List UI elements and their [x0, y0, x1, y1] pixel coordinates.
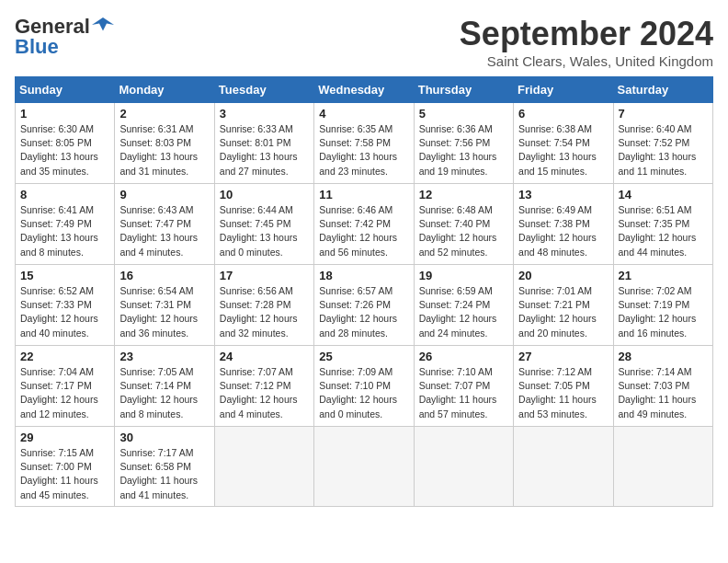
day-detail: Sunrise: 6:54 AMSunset: 7:31 PMDaylight:…	[119, 284, 209, 340]
day-detail: Sunrise: 6:46 AMSunset: 7:42 PMDaylight:…	[319, 203, 408, 259]
table-row: 11Sunrise: 6:46 AMSunset: 7:42 PMDayligh…	[314, 184, 414, 265]
day-number: 27	[518, 350, 608, 363]
day-detail: Sunrise: 6:36 AMSunset: 7:56 PMDaylight:…	[419, 122, 508, 178]
day-detail: Sunrise: 6:35 AMSunset: 7:58 PMDaylight:…	[319, 122, 408, 178]
logo-blue: Blue	[15, 35, 59, 59]
col-thursday: Thursday	[414, 77, 513, 103]
table-row: 29Sunrise: 7:15 AMSunset: 7:00 PMDayligh…	[16, 427, 115, 507]
day-detail: Sunrise: 7:02 AMSunset: 7:19 PMDaylight:…	[619, 284, 708, 340]
table-row: 10Sunrise: 6:44 AMSunset: 7:45 PMDayligh…	[214, 184, 313, 265]
table-row	[214, 427, 313, 507]
table-row: 13Sunrise: 6:49 AMSunset: 7:38 PMDayligh…	[514, 184, 613, 265]
table-row: 21Sunrise: 7:02 AMSunset: 7:19 PMDayligh…	[613, 265, 712, 346]
day-number: 7	[619, 107, 708, 121]
day-number: 26	[419, 350, 508, 363]
col-monday: Monday	[115, 77, 214, 103]
day-detail: Sunrise: 7:15 AMSunset: 7:00 PMDaylight:…	[20, 446, 109, 502]
day-detail: Sunrise: 6:31 AMSunset: 8:03 PMDaylight:…	[119, 122, 209, 178]
day-detail: Sunrise: 7:17 AMSunset: 6:58 PMDaylight:…	[119, 446, 209, 502]
logo: General Blue	[15, 15, 114, 59]
table-row: 16Sunrise: 6:54 AMSunset: 7:31 PMDayligh…	[115, 265, 214, 346]
day-detail: Sunrise: 6:57 AMSunset: 7:26 PMDaylight:…	[319, 284, 408, 340]
day-detail: Sunrise: 7:05 AMSunset: 7:14 PMDaylight:…	[119, 365, 209, 421]
table-row	[414, 427, 513, 507]
day-number: 24	[220, 350, 309, 363]
header: General Blue September 2024 Saint Clears…	[15, 15, 713, 69]
day-detail: Sunrise: 7:07 AMSunset: 7:12 PMDaylight:…	[220, 365, 309, 421]
day-number: 16	[119, 269, 209, 282]
day-detail: Sunrise: 7:10 AMSunset: 7:07 PMDaylight:…	[419, 365, 508, 421]
table-row: 22Sunrise: 7:04 AMSunset: 7:17 PMDayligh…	[16, 346, 115, 427]
day-detail: Sunrise: 7:04 AMSunset: 7:17 PMDaylight:…	[20, 365, 109, 421]
day-number: 29	[20, 431, 109, 444]
day-detail: Sunrise: 6:30 AMSunset: 8:05 PMDaylight:…	[20, 122, 109, 178]
day-number: 14	[619, 188, 708, 201]
table-row	[514, 427, 613, 507]
table-row: 30Sunrise: 7:17 AMSunset: 6:58 PMDayligh…	[115, 427, 214, 507]
table-row: 20Sunrise: 7:01 AMSunset: 7:21 PMDayligh…	[514, 265, 613, 346]
day-number: 17	[220, 269, 309, 282]
col-sunday: Sunday	[16, 77, 115, 103]
table-row: 18Sunrise: 6:57 AMSunset: 7:26 PMDayligh…	[314, 265, 414, 346]
day-detail: Sunrise: 6:44 AMSunset: 7:45 PMDaylight:…	[220, 203, 309, 259]
day-detail: Sunrise: 6:59 AMSunset: 7:24 PMDaylight:…	[419, 284, 508, 340]
col-tuesday: Tuesday	[214, 77, 313, 103]
day-number: 2	[119, 107, 209, 121]
day-number: 10	[220, 188, 309, 201]
table-row: 7Sunrise: 6:40 AMSunset: 7:52 PMDaylight…	[613, 103, 712, 184]
day-detail: Sunrise: 6:40 AMSunset: 7:52 PMDaylight:…	[619, 122, 708, 178]
table-row: 25Sunrise: 7:09 AMSunset: 7:10 PMDayligh…	[314, 346, 414, 427]
logo-bird-icon	[92, 17, 114, 32]
day-detail: Sunrise: 6:51 AMSunset: 7:35 PMDaylight:…	[619, 203, 708, 259]
table-row: 28Sunrise: 7:14 AMSunset: 7:03 PMDayligh…	[613, 346, 712, 427]
table-row	[613, 427, 712, 507]
day-number: 15	[20, 269, 109, 282]
table-row: 12Sunrise: 6:48 AMSunset: 7:40 PMDayligh…	[414, 184, 513, 265]
day-number: 28	[619, 350, 708, 363]
table-row: 26Sunrise: 7:10 AMSunset: 7:07 PMDayligh…	[414, 346, 513, 427]
table-row: 8Sunrise: 6:41 AMSunset: 7:49 PMDaylight…	[16, 184, 115, 265]
month-title: September 2024	[460, 15, 713, 53]
table-row: 23Sunrise: 7:05 AMSunset: 7:14 PMDayligh…	[115, 346, 214, 427]
col-wednesday: Wednesday	[314, 77, 414, 103]
day-number: 3	[220, 107, 309, 121]
day-detail: Sunrise: 7:12 AMSunset: 7:05 PMDaylight:…	[518, 365, 608, 421]
table-row: 6Sunrise: 6:38 AMSunset: 7:54 PMDaylight…	[514, 103, 613, 184]
day-number: 30	[119, 431, 209, 444]
day-number: 18	[319, 269, 408, 282]
day-number: 8	[20, 188, 109, 201]
day-detail: Sunrise: 7:14 AMSunset: 7:03 PMDaylight:…	[619, 365, 708, 421]
table-row: 1Sunrise: 6:30 AMSunset: 8:05 PMDaylight…	[16, 103, 115, 184]
table-row: 2Sunrise: 6:31 AMSunset: 8:03 PMDaylight…	[115, 103, 214, 184]
day-number: 11	[319, 188, 408, 201]
day-number: 6	[518, 107, 608, 121]
day-number: 13	[518, 188, 608, 201]
day-detail: Sunrise: 6:56 AMSunset: 7:28 PMDaylight:…	[220, 284, 309, 340]
day-number: 22	[20, 350, 109, 363]
day-number: 20	[518, 269, 608, 282]
day-detail: Sunrise: 6:38 AMSunset: 7:54 PMDaylight:…	[518, 122, 608, 178]
day-detail: Sunrise: 7:09 AMSunset: 7:10 PMDaylight:…	[319, 365, 408, 421]
table-row: 5Sunrise: 6:36 AMSunset: 7:56 PMDaylight…	[414, 103, 513, 184]
calendar-table: Sunday Monday Tuesday Wednesday Thursday…	[15, 76, 713, 507]
table-row: 3Sunrise: 6:33 AMSunset: 8:01 PMDaylight…	[214, 103, 313, 184]
location: Saint Clears, Wales, United Kingdom	[460, 53, 713, 69]
day-detail: Sunrise: 6:49 AMSunset: 7:38 PMDaylight:…	[518, 203, 608, 259]
day-number: 9	[119, 188, 209, 201]
calendar-header-row: Sunday Monday Tuesday Wednesday Thursday…	[16, 77, 713, 103]
table-row: 24Sunrise: 7:07 AMSunset: 7:12 PMDayligh…	[214, 346, 313, 427]
day-number: 19	[419, 269, 508, 282]
day-number: 21	[619, 269, 708, 282]
day-number: 23	[119, 350, 209, 363]
day-detail: Sunrise: 6:48 AMSunset: 7:40 PMDaylight:…	[419, 203, 508, 259]
table-row: 19Sunrise: 6:59 AMSunset: 7:24 PMDayligh…	[414, 265, 513, 346]
svg-marker-0	[92, 17, 114, 30]
table-row: 14Sunrise: 6:51 AMSunset: 7:35 PMDayligh…	[613, 184, 712, 265]
col-friday: Friday	[514, 77, 613, 103]
day-number: 12	[419, 188, 508, 201]
table-row: 9Sunrise: 6:43 AMSunset: 7:47 PMDaylight…	[115, 184, 214, 265]
day-number: 25	[319, 350, 408, 363]
title-area: September 2024 Saint Clears, Wales, Unit…	[460, 15, 713, 69]
table-row	[314, 427, 414, 507]
table-row: 4Sunrise: 6:35 AMSunset: 7:58 PMDaylight…	[314, 103, 414, 184]
